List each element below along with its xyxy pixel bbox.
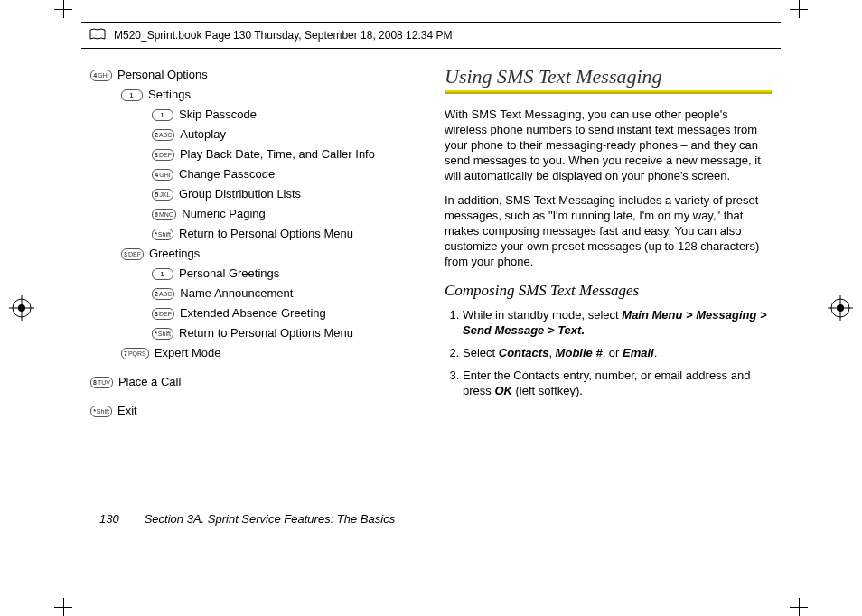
key-3-icon: 3DEF [152,149,174,161]
label: Settings [148,85,191,105]
menu-settings: 1 Settings [90,85,417,105]
key-6-icon: 6MNO [152,209,176,220]
key-8-icon: 8TUV [90,377,113,388]
label: Extended Absence Greeting [180,303,326,323]
key-4-icon: 4GHI [152,169,173,181]
label: Return to Personal Options Menu [179,323,353,343]
step-1-text: While in standby mode, select [463,308,622,322]
heading-composing-sms: Composing SMS Text Messages [445,282,772,300]
menu-playback: 3DEF Play Back Date, Time, and Caller In… [90,145,417,164]
cropmark-top-left [54,0,72,18]
label: Personal Greetings [179,264,279,284]
registration-mark-left-icon [9,295,34,321]
key-5-icon: 5JKL [152,189,173,201]
key-3-icon: 3DEF [121,248,144,260]
label: Place a Call [118,372,181,392]
cropmark-bottom-right [790,598,808,616]
menu-personal-greetings: 1 Personal Greetings [90,264,417,284]
cropmark-top-right [790,0,808,18]
menu-expert-mode: 7PQRS Expert Mode [90,343,417,363]
menu-change-passcode: 4GHI Change Passcode [90,164,417,184]
print-header-text: M520_Sprint.book Page 130 Thursday, Sept… [114,29,452,42]
label: Numeric Paging [182,204,266,224]
step-1: While in standby mode, select Main Menu … [463,307,772,338]
book-icon [89,27,107,44]
label: Greetings [149,244,200,264]
paragraph-sms-preset: In addition, SMS Text Messaging includes… [445,192,772,269]
menu-autoplay: 2ABC Autoplay [90,125,417,145]
step-2-email: Email [623,346,654,359]
step-3: Enter the Contacts entry, number, or ema… [463,368,772,398]
label: Group Distribution Lists [179,184,301,204]
menu-name-announcement: 2ABC Name Announcement [90,284,417,303]
menu-group-dist: 5JKL Group Distribution Lists [90,184,417,204]
label: Name Announcement [180,284,293,303]
paragraph-sms-intro: With SMS Text Messaging, you can use oth… [445,107,772,183]
key-3-icon: 3DEF [152,308,174,320]
menu-exit: *Shift Exit [90,401,417,421]
key-2-icon: 2ABC [152,288,174,300]
label: Return to Personal Options Menu [179,224,353,244]
page: M520_Sprint.book Page 130 Thursday, Sept… [0,0,862,616]
menu-extended-absence: 3DEF Extended Absence Greeting [90,303,417,323]
label: Skip Passcode [179,105,257,125]
page-footer: 130 Section 3A. Sprint Service Features:… [99,512,395,526]
step-2: Select Contacts, Mobile #, or Email. [463,345,772,360]
key-1-icon: 1 [121,89,143,101]
label: Change Passcode [179,164,275,184]
step-2-contacts: Contacts [499,346,549,359]
steps-list: While in standby mode, select Main Menu … [445,307,772,398]
key-4-icon: 4GHI [90,70,112,81]
label: Exit [117,401,137,421]
key-7-icon: 7PQRS [121,348,149,359]
label: Personal Options [117,65,208,85]
key-1-icon: 1 [152,268,173,280]
page-number: 130 [99,512,119,526]
section-title: Section 3A. Sprint Service Features: The… [145,512,395,526]
menu-return-personal-1: *Shift Return to Personal Options Menu [90,224,417,244]
key-star-icon: *Shift [152,229,173,240]
label: Expert Mode [155,343,221,363]
cropmark-bottom-left [54,598,72,616]
step-3-ok: OK [494,384,512,397]
key-star-icon: *Shift [90,406,112,417]
print-header: M520_Sprint.book Page 130 Thursday, Sept… [81,22,781,49]
heading-using-sms: Using SMS Text Messaging [445,65,772,89]
menu-place-a-call: 8TUV Place a Call [90,372,417,392]
step-2-mobile: Mobile # [556,346,603,359]
voicemail-menu-tree: 4GHI Personal Options 1 Settings 1 Skip … [90,65,417,421]
right-column: Using SMS Text Messaging With SMS Text M… [445,65,772,551]
menu-return-personal-2: *Shift Return to Personal Options Menu [90,323,417,343]
key-star-icon: *Shift [152,328,173,340]
content-frame: 4GHI Personal Options 1 Settings 1 Skip … [90,65,772,551]
key-2-icon: 2ABC [152,129,174,141]
step-2-text: Select [463,346,499,359]
label: Play Back Date, Time, and Caller Info [180,145,375,164]
left-column: 4GHI Personal Options 1 Settings 1 Skip … [90,65,417,551]
registration-mark-right-icon [828,295,853,321]
menu-greetings: 3DEF Greetings [90,244,417,264]
label: Autoplay [180,125,226,145]
key-1-icon: 1 [152,109,173,121]
heading-underline [445,90,772,94]
menu-personal-options: 4GHI Personal Options [90,65,417,85]
menu-numeric-paging: 6MNO Numeric Paging [90,204,417,224]
menu-skip-passcode: 1 Skip Passcode [90,105,417,125]
